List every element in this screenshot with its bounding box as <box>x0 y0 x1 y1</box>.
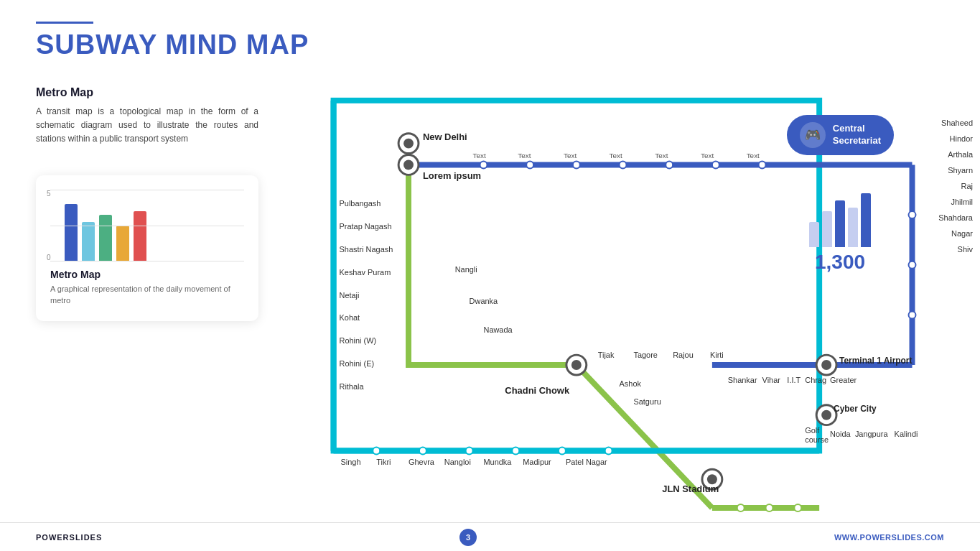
svg-text:Satguru: Satguru <box>633 397 661 406</box>
right-station-hindor: Hindor <box>938 131 973 147</box>
metro-map-title: Metro Map <box>36 86 258 99</box>
svg-text:JLN Stadium: JLN Stadium <box>662 483 719 494</box>
svg-text:I.I.T: I.I.T <box>787 376 801 384</box>
svg-point-28 <box>571 360 582 370</box>
svg-text:Shankar: Shankar <box>728 376 757 384</box>
svg-text:Text: Text <box>610 152 622 159</box>
svg-point-8 <box>526 161 533 168</box>
right-station-shaheed: Shaheed <box>938 115 973 131</box>
svg-text:Ashok: Ashok <box>620 379 642 388</box>
right-station-raj: Raj <box>938 178 973 194</box>
stats-bar-5 <box>861 193 871 247</box>
footer: POWERSLIDES 3 WWW.POWERSLIDES.COM <box>0 522 980 551</box>
right-station-list: Shaheed Hindor Arthala Shyarn Raj Jhilmi… <box>938 115 973 257</box>
svg-text:Vihar: Vihar <box>762 376 781 384</box>
stats-bar-3 <box>835 200 845 247</box>
svg-text:Patel Nagar: Patel Nagar <box>566 458 607 466</box>
map-area: New Delhi Lorem ipsum Text Text Text Tex… <box>280 86 973 515</box>
svg-point-16 <box>909 311 916 318</box>
stats-bar-2 <box>822 211 832 247</box>
svg-point-11 <box>666 161 673 168</box>
svg-text:Kirti: Kirti <box>710 351 724 359</box>
stats-bars <box>809 193 871 247</box>
svg-text:Rithala: Rithala <box>340 382 365 391</box>
svg-text:Kalindi: Kalindi <box>895 430 918 438</box>
chart-bar-5 <box>134 211 146 261</box>
svg-text:Keshav Puram: Keshav Puram <box>340 268 391 277</box>
stats-box: 1,300 <box>783 190 897 277</box>
svg-point-18 <box>419 447 426 454</box>
svg-point-24 <box>403 139 414 149</box>
svg-text:Tikri: Tikri <box>376 458 391 466</box>
cs-icon: 🎮 <box>800 122 826 148</box>
svg-point-15 <box>909 261 916 269</box>
chart-area: 5 0 <box>50 190 244 261</box>
svg-point-21 <box>559 447 566 454</box>
right-station-jhilmil: Jhilmil <box>938 194 973 210</box>
chart-bar-3 <box>99 215 112 261</box>
svg-point-32 <box>821 410 831 420</box>
svg-text:Pulbangash: Pulbangash <box>340 199 381 208</box>
svg-text:Text: Text <box>747 152 760 159</box>
svg-text:Kohat: Kohat <box>340 313 360 322</box>
svg-text:Rajou: Rajou <box>673 351 694 359</box>
svg-point-20 <box>512 447 519 454</box>
svg-text:Lorem ipsum: Lorem ipsum <box>423 170 481 181</box>
chart-bar-2 <box>82 222 95 261</box>
header: SUBWAY MIND MAP <box>36 22 309 60</box>
svg-text:course: course <box>805 435 829 444</box>
right-station-arthala: Arthala <box>938 147 973 162</box>
svg-text:Tijak: Tijak <box>598 351 615 359</box>
footer-brand: POWERSLIDES <box>36 533 102 542</box>
right-station-nagar: Nagar <box>938 226 973 241</box>
grid-line-bottom <box>50 261 244 261</box>
footer-website: WWW.POWERSLIDES.COM <box>834 533 944 542</box>
stats-bar-1 <box>809 222 819 247</box>
cs-text: Central Secretariat <box>833 123 881 147</box>
chart-bar-1 <box>65 204 78 261</box>
svg-point-17 <box>373 447 380 454</box>
svg-text:New Delhi: New Delhi <box>423 131 467 142</box>
left-panel: Metro Map A transit map is a topological… <box>36 86 258 321</box>
svg-text:Golf: Golf <box>805 426 820 435</box>
svg-text:Terminal 1 Airport: Terminal 1 Airport <box>839 356 913 366</box>
svg-text:Singh: Singh <box>341 458 361 466</box>
metro-map-description: A transit map is a topological map in th… <box>36 105 258 147</box>
svg-point-19 <box>466 447 473 454</box>
svg-text:Rohini (W): Rohini (W) <box>340 336 377 345</box>
title-black: SUBWAY MIND <box>36 29 246 60</box>
central-secretariat-bubble: 🎮 Central Secretariat <box>787 115 894 155</box>
stats-bar-4 <box>848 208 858 247</box>
svg-text:Text: Text <box>655 152 668 159</box>
svg-text:Ghevra: Ghevra <box>409 458 435 466</box>
header-accent-line <box>36 22 93 24</box>
svg-text:Jangpura: Jangpura <box>855 430 889 438</box>
svg-text:Madipur: Madipur <box>523 458 551 466</box>
svg-text:Text: Text <box>473 152 486 159</box>
stats-number: 1,300 <box>815 251 865 274</box>
svg-point-37 <box>794 504 801 511</box>
right-station-shahdara: Shahdara <box>938 210 973 226</box>
svg-point-35 <box>737 504 745 511</box>
svg-text:Cyber City: Cyber City <box>834 404 877 414</box>
svg-text:Noida: Noida <box>830 430 851 438</box>
right-station-shiv: Shiv <box>938 241 973 257</box>
svg-text:Netaji: Netaji <box>340 291 360 300</box>
svg-text:Nangloi: Nangloi <box>444 458 471 466</box>
svg-text:Rohini (E): Rohini (E) <box>340 359 375 368</box>
svg-point-26 <box>403 159 414 170</box>
svg-point-10 <box>620 161 627 168</box>
grid-line-mid <box>50 226 244 226</box>
svg-point-30 <box>821 360 831 370</box>
svg-point-14 <box>909 211 916 218</box>
svg-text:Text: Text <box>564 152 577 159</box>
svg-text:Chadni Chowk: Chadni Chowk <box>505 385 570 396</box>
svg-text:Chrag: Chrag <box>805 376 826 384</box>
svg-text:Text: Text <box>701 152 714 159</box>
chart-card-title: Metro Map <box>50 269 244 280</box>
svg-point-7 <box>480 161 487 168</box>
svg-point-22 <box>605 447 612 454</box>
svg-point-36 <box>766 504 773 511</box>
cs-line2: Secretariat <box>833 135 881 147</box>
right-station-shyarn: Shyarn <box>938 162 973 178</box>
